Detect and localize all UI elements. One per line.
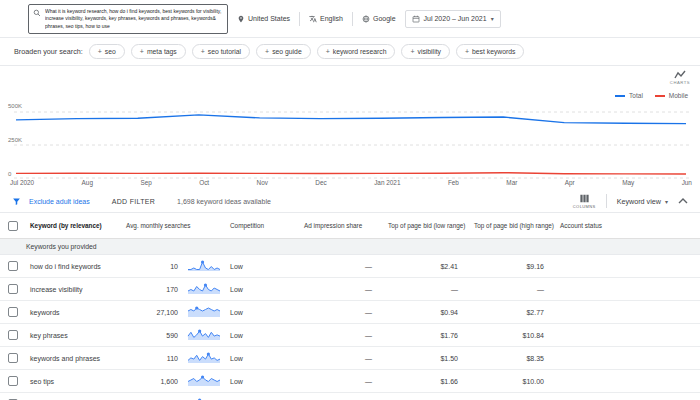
x-tick-label: Apr: [565, 179, 575, 186]
x-tick-label: Jan 2021: [374, 179, 400, 186]
divider: [352, 12, 353, 26]
keywords-search-box[interactable]: What it is keyword research, how do i fi…: [28, 4, 228, 34]
column-header-top-bid-low[interactable]: Top of page bid (low range): [382, 222, 468, 230]
chevron-down-icon: ▾: [491, 15, 494, 22]
competition-cell: Low: [226, 355, 298, 362]
language-label: English: [320, 15, 343, 22]
add-icon: +: [265, 48, 269, 55]
divider: [299, 12, 300, 26]
table-row[interactable]: keywords27,100Low—$0.94$2.77: [0, 301, 700, 324]
search-network-icon: [362, 15, 370, 23]
keyword-view-dropdown[interactable]: Keyword view ▾: [617, 197, 668, 206]
add-icon: +: [140, 48, 144, 55]
sparkline-chart: [186, 304, 222, 320]
broaden-chip-seo-tutorial[interactable]: +seo tutorial: [192, 44, 250, 59]
search-input[interactable]: What it is keyword research, how do i fi…: [45, 8, 223, 31]
broaden-chip-best-keywords[interactable]: +best keywords: [456, 44, 525, 59]
broaden-chip-keyword-research[interactable]: +keyword research: [317, 44, 396, 59]
search-icon: [33, 9, 41, 17]
keyword-cell: increase visibility: [26, 286, 122, 293]
top-bid-low-cell: $2.41: [382, 263, 468, 270]
row-checkbox[interactable]: [8, 307, 18, 317]
trend-chart: [0, 66, 700, 179]
column-header-account-status[interactable]: Account status: [554, 222, 700, 230]
columns-icon: [580, 194, 589, 203]
calendar-icon: [412, 15, 420, 23]
ad-impression-share-cell: —: [298, 286, 382, 293]
table-row[interactable]: keywords and phrases110Low—$1.50$8.35: [0, 347, 700, 370]
trend-cell: [186, 304, 226, 320]
chip-label: meta tags: [147, 48, 177, 55]
sparkline-chart: [186, 350, 222, 366]
collapse-panel-chevron[interactable]: [678, 198, 688, 204]
ideas-count-label: 1,698 keyword ideas available: [177, 198, 271, 205]
column-header-top-bid-high[interactable]: Top of page bid (high range): [468, 222, 554, 230]
trend-cell: [186, 258, 226, 274]
x-tick-label: Sep: [140, 179, 151, 186]
table-row[interactable]: increase visibility170Low———: [0, 278, 700, 301]
sparkline-chart: [186, 327, 222, 343]
network-label: Google: [373, 15, 396, 22]
table-row[interactable]: how do i find keywords10Low—$2.41$9.16: [0, 255, 700, 278]
avg-monthly-searches-cell: 10: [122, 263, 186, 270]
row-checkbox[interactable]: [8, 261, 18, 271]
row-checkbox[interactable]: [8, 353, 18, 363]
x-tick-label: Mar: [506, 179, 517, 186]
avg-monthly-searches-cell: 110: [122, 355, 186, 362]
top-bid-high-cell: $9.16: [468, 263, 554, 270]
row-checkbox[interactable]: [8, 376, 18, 386]
row-checkbox[interactable]: [8, 330, 18, 340]
ad-impression-share-cell: —: [298, 263, 382, 270]
keyword-cell: keywords: [26, 309, 122, 316]
top-bid-high-cell: $10.00: [468, 378, 554, 385]
column-header-competition[interactable]: Competition: [226, 222, 298, 230]
broaden-chip-seo-guide[interactable]: +seo guide: [256, 44, 311, 59]
x-tick-label: Oct: [199, 179, 209, 186]
broaden-chip-seo[interactable]: +seo: [89, 44, 125, 59]
network-setting[interactable]: Google: [362, 15, 396, 23]
keyword-view-label: Keyword view: [617, 197, 661, 206]
location-pin-icon: [237, 15, 245, 23]
avg-monthly-searches-cell: 27,100: [122, 309, 186, 316]
broaden-chips: +seo+meta tags+seo tutorial+seo guide+ke…: [89, 44, 525, 59]
column-header-avg-monthly-searches[interactable]: Avg. monthly searches: [122, 222, 226, 230]
broaden-chip-visibility[interactable]: +visibility: [401, 44, 450, 59]
exclude-adult-ideas-link[interactable]: Exclude adult ideas: [29, 198, 90, 205]
add-filter-button[interactable]: ADD FILTER: [112, 198, 155, 205]
competition-cell: Low: [226, 332, 298, 339]
y-tick-label: 0: [8, 171, 22, 177]
x-tick-label: Jun: [682, 179, 692, 186]
table-row-partial[interactable]: [0, 393, 700, 400]
select-all-checkbox[interactable]: [8, 221, 18, 231]
table-row[interactable]: seo tips1,600Low—$1.66$10.00: [0, 370, 700, 393]
avg-monthly-searches-cell: 1,600: [122, 378, 186, 385]
sparkline-chart: [186, 396, 222, 400]
x-tick-label: Dec: [315, 179, 326, 186]
keyword-cell: seo tips: [26, 378, 122, 385]
ad-impression-share-cell: —: [298, 309, 382, 316]
series-line-total: [16, 115, 686, 124]
row-checkbox[interactable]: [8, 284, 18, 294]
location-setting[interactable]: United States: [237, 15, 290, 23]
language-setting[interactable]: English: [309, 15, 343, 23]
table-row[interactable]: key phrases590Low—$1.76$10.84: [0, 324, 700, 347]
filter-icon: [12, 197, 21, 206]
add-icon: +: [465, 48, 469, 55]
top-bid-low-cell: —: [382, 286, 468, 293]
chip-label: seo tutorial: [208, 48, 241, 55]
column-header-keyword[interactable]: Keyword (by relevance): [26, 222, 122, 230]
location-label: United States: [248, 15, 290, 22]
table-header-row: Keyword (by relevance) Avg. monthly sear…: [0, 213, 700, 239]
add-icon: +: [201, 48, 205, 55]
translate-icon: [309, 15, 317, 23]
trend-chart-section: CHARTS TotalMobile 500K250K0 Jul 2020Aug…: [0, 66, 700, 190]
date-range-picker[interactable]: Jul 2020 – Jun 2021 ▾: [405, 10, 501, 28]
broaden-chip-meta-tags[interactable]: +meta tags: [131, 44, 186, 59]
add-icon: +: [98, 48, 102, 55]
section-row-keywords-you-provided: Keywords you provided: [0, 239, 700, 255]
column-header-ad-impression-share[interactable]: Ad impression share: [298, 222, 382, 230]
columns-button[interactable]: COLUMNS: [573, 194, 596, 209]
x-axis-labels: Jul 2020AugSepOctNovDecJan 2021FebMarApr…: [0, 179, 700, 186]
section-label: Keywords you provided: [26, 243, 97, 250]
chip-label: seo: [105, 48, 116, 55]
